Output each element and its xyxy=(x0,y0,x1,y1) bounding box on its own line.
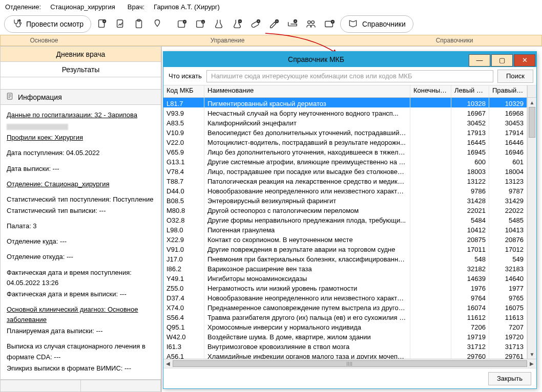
vertical-scrollbar[interactable]: ▲ ▼ xyxy=(527,98,536,359)
col-code[interactable]: Код МКБ xyxy=(163,85,204,97)
cell-right: 16075 xyxy=(489,302,527,312)
table-row[interactable]: S56.4Травма разгибателя другого (их) пал… xyxy=(163,312,536,321)
book-icon xyxy=(348,18,358,30)
table-row[interactable]: W42.0Воздействие шума. В доме, квартире,… xyxy=(163,331,536,341)
status-bar xyxy=(0,380,161,392)
exam-button[interactable]: + Провести осмотр xyxy=(4,15,91,33)
clipboard-icon[interactable] xyxy=(131,16,147,32)
pill-plus-icon[interactable]: + xyxy=(248,16,263,32)
col-right[interactable]: Правый и... xyxy=(489,85,527,97)
cell-right: 9787 xyxy=(489,185,527,195)
cell-konech xyxy=(410,214,451,224)
sched-cross-icon[interactable]: × xyxy=(193,16,208,32)
cell-right: 18004 xyxy=(489,166,527,176)
cell-right: 16946 xyxy=(489,146,527,156)
col-left[interactable]: Левый инд... xyxy=(451,85,489,97)
col-konech[interactable]: Конечный ... xyxy=(410,85,451,97)
close-button[interactable]: Закрыть xyxy=(488,372,531,385)
info-maindx[interactable]: Основной клинический диагноз: Основное з… xyxy=(7,306,138,323)
tab-diary[interactable]: Дневник врача xyxy=(0,47,161,62)
table-row[interactable]: Q95.1Хромосомные инверсии у нормального … xyxy=(163,321,536,331)
scroll-left-icon[interactable]: ◀ xyxy=(163,359,173,368)
lab-plus-icon[interactable]: + xyxy=(230,16,245,32)
cell-code: V65.9 xyxy=(163,146,204,156)
table-row[interactable]: J17.0Пневмония при бактериальных болезня… xyxy=(163,253,536,263)
cell-name: Другие повреждения в результате аварии н… xyxy=(204,244,410,253)
table-row[interactable]: O32.8Другие формы неправильного предлежа… xyxy=(163,214,536,224)
cell-right: 13123 xyxy=(489,176,527,185)
cell-right: 17012 xyxy=(489,244,527,253)
cell-code: L81.7 xyxy=(163,98,204,107)
table-row[interactable]: L98.0Пиогенная гранулема1041210413 xyxy=(163,224,536,234)
bed-plus-icon[interactable]: + xyxy=(285,16,300,32)
cell-code: V22.0 xyxy=(163,137,204,146)
table-body[interactable]: L81.7Пигментированный красный дерматоз10… xyxy=(163,98,536,359)
group-icon[interactable] xyxy=(303,16,319,32)
table-row[interactable]: D37.4Новообразование неопределенного или… xyxy=(163,292,536,302)
scroll-down-icon[interactable]: ▼ xyxy=(528,350,536,359)
table-row[interactable]: Z55.0Неграмотность или низкий уровень гр… xyxy=(163,282,536,292)
ref-button[interactable]: Справочники xyxy=(340,15,413,33)
table-row[interactable]: V65.9Лицо без дополнительного уточнения,… xyxy=(163,146,536,156)
info-dis-date: Дата выписки: --- xyxy=(7,164,155,174)
cell-code: O32.8 xyxy=(163,214,204,224)
cell-left: 11612 xyxy=(451,312,489,321)
scroll-thumb[interactable] xyxy=(529,107,535,138)
cell-left: 548 xyxy=(451,253,489,263)
info-hosp[interactable]: Данные по госпитализации: 32 - Зарипова xyxy=(7,111,137,119)
col-name[interactable]: Наименование xyxy=(204,85,410,97)
table-row[interactable]: D44.0Новообразование неопределенного или… xyxy=(163,185,536,195)
hscroll-thumb[interactable] xyxy=(173,360,527,367)
header-bar: Отделение: Стационар_хирургия Врач: Гари… xyxy=(0,0,542,13)
cell-name: Контакт со скорпионом. В неуточненном ме… xyxy=(204,234,410,244)
table-row[interactable]: G13.1Другие системные атрофии, влияющие … xyxy=(163,156,536,166)
cell-right: 31429 xyxy=(489,195,527,205)
table-row[interactable]: X74.0Преднамеренное самоповреждение путе… xyxy=(163,302,536,312)
search-input[interactable] xyxy=(206,70,493,82)
lab-icon[interactable] xyxy=(211,16,226,32)
scroll-up-icon[interactable]: ▲ xyxy=(528,98,536,107)
cell-code: G13.1 xyxy=(163,156,204,166)
info-dept[interactable]: Отделение: Стационар_хирургия xyxy=(7,180,109,188)
ribbon-icon[interactable] xyxy=(150,16,165,32)
modal-titlebar[interactable]: Справочник МКБ — ▢ ✕ xyxy=(163,52,536,67)
doc-sign-icon[interactable] xyxy=(113,16,128,32)
table-row[interactable]: I86.2Варикозное расширение вен таза32182… xyxy=(163,263,536,273)
cell-left: 16967 xyxy=(451,107,489,117)
cell-left: 17913 xyxy=(451,127,489,137)
table-row[interactable]: B08.5Энтеровирусный везикулярный фаринги… xyxy=(163,195,536,205)
table-row[interactable]: V91.0Другие повреждения в результате ава… xyxy=(163,244,536,253)
table-row[interactable]: V78.4Лицо, пострадавшее при посадке или … xyxy=(163,166,536,176)
table-row[interactable]: V22.0Мотоциклист-водитель, пострадавший … xyxy=(163,137,536,146)
scroll-right-icon[interactable]: ▶ xyxy=(527,359,536,368)
search-button[interactable]: Поиск xyxy=(497,70,533,83)
table-row[interactable]: I61.3Внутримозговое кровоизлияние в ство… xyxy=(163,341,536,351)
info-beds[interactable]: Профили коек: Хирургия xyxy=(7,134,83,141)
cell-konech xyxy=(410,321,451,331)
table-row[interactable]: Y49.1Ингибиторы моноаминоксидазы14639146… xyxy=(163,273,536,282)
cell-left: 19719 xyxy=(451,331,489,341)
card-plus-icon[interactable]: + xyxy=(322,16,337,32)
table-header[interactable]: Код МКБ Наименование Конечный ... Левый … xyxy=(163,85,536,98)
table-row[interactable]: V93.9Несчастный случай на борту неуточне… xyxy=(163,107,536,117)
table-row[interactable]: L81.7Пигментированный красный дерматоз10… xyxy=(163,98,536,107)
maximize-button[interactable]: ▢ xyxy=(491,54,513,67)
cell-konech xyxy=(410,195,451,205)
cell-konech xyxy=(410,205,451,214)
cell-right: 7207 xyxy=(489,321,527,331)
table-row[interactable]: A83.5Калифорнийский энцефалит3045230453 xyxy=(163,117,536,127)
mkb-modal: Справочник МКБ — ▢ ✕ Что искать Поиск Ко… xyxy=(163,51,537,389)
table-row[interactable]: V10.9Велосипедист без дополнительных уто… xyxy=(163,127,536,137)
edit-plus-icon[interactable]: + xyxy=(266,16,282,32)
window-close-button[interactable]: ✕ xyxy=(514,54,535,67)
table-row[interactable]: X22.9Контакт со скорпионом. В неуточненн… xyxy=(163,234,536,244)
cell-right: 22022 xyxy=(489,205,527,214)
table-row[interactable]: T88.7Патологическая реакция на лекарстве… xyxy=(163,176,536,185)
minimize-button[interactable]: — xyxy=(469,54,490,67)
table-row[interactable]: M80.8Другой остеопороз с патологическим … xyxy=(163,205,536,214)
tab-results[interactable]: Результаты xyxy=(0,62,161,77)
horizontal-scrollbar[interactable]: ◀ ▶ xyxy=(163,359,536,368)
table-row[interactable]: A56.1Хламидийные инфекции органов малого… xyxy=(163,351,536,359)
sched-plus-icon[interactable]: + xyxy=(174,16,190,32)
doc-plus-icon[interactable]: + xyxy=(94,16,110,32)
